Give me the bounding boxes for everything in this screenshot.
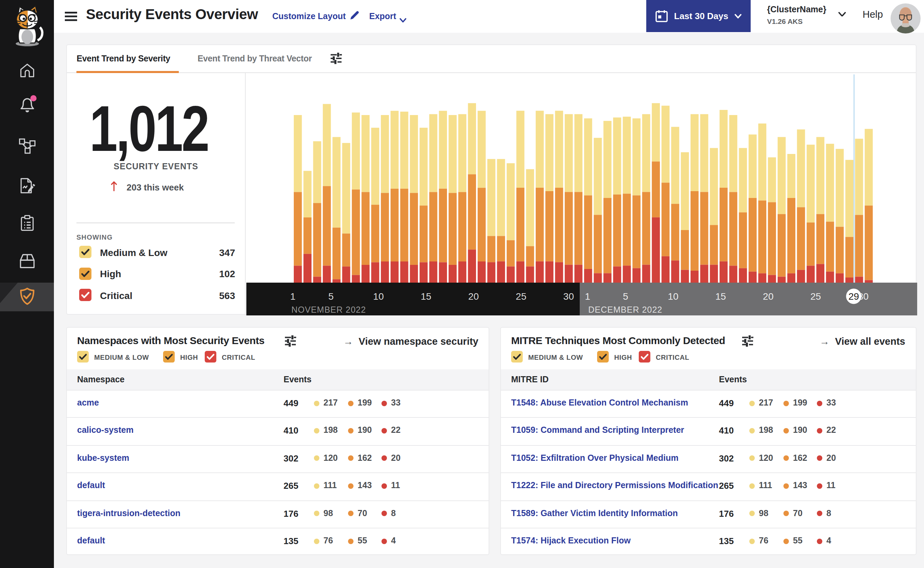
svg-text:15: 15 bbox=[421, 291, 431, 301]
svg-text:1: 1 bbox=[585, 291, 590, 301]
svg-text:10: 10 bbox=[668, 291, 678, 301]
svg-text:10: 10 bbox=[373, 291, 383, 301]
svg-text:5: 5 bbox=[328, 291, 333, 301]
svg-text:NOVEMBER 2022: NOVEMBER 2022 bbox=[291, 305, 366, 314]
svg-text:30: 30 bbox=[563, 291, 574, 301]
svg-text:29: 29 bbox=[848, 291, 859, 301]
svg-text:1: 1 bbox=[290, 291, 295, 301]
svg-text:5: 5 bbox=[623, 291, 628, 301]
svg-text:20: 20 bbox=[468, 291, 478, 301]
svg-text:15: 15 bbox=[715, 291, 725, 301]
svg-text:20: 20 bbox=[763, 291, 773, 301]
svg-text:25: 25 bbox=[810, 291, 821, 301]
svg-text:25: 25 bbox=[516, 291, 526, 301]
svg-text:DECEMBER 2022: DECEMBER 2022 bbox=[588, 305, 662, 314]
